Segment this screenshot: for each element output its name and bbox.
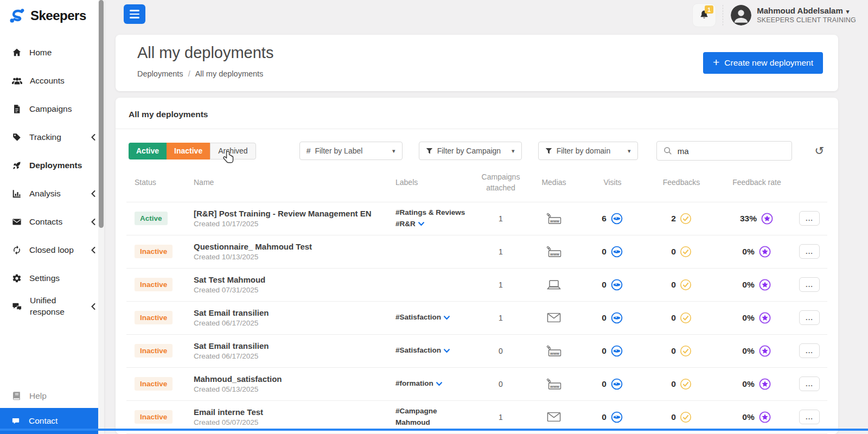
hash-icon: # (307, 146, 311, 155)
sidebar: Skeepers Home Accounts Campaigns Trackin… (0, 0, 104, 434)
chat-bubbles-icon (12, 302, 22, 312)
table-row[interactable]: Inactive Sat Email transilien Created 06… (126, 302, 827, 335)
email-media-icon (546, 312, 561, 323)
label-tag-expandable[interactable]: #formation (395, 378, 478, 390)
status-badge: Inactive (135, 311, 173, 324)
deployments-panel: All my deployments Active Inactive Archi… (116, 98, 838, 434)
table-row[interactable]: Inactive Questionnaire_ Mahmoud Test Cre… (126, 235, 827, 269)
check-circle-icon (680, 312, 692, 324)
sidebar-item-closed-loop[interactable]: Closed loop (0, 236, 104, 264)
search-box (656, 141, 792, 161)
tab-inactive[interactable]: Inactive (167, 143, 210, 159)
row-actions-button[interactable]: ... (799, 211, 820, 226)
column-header-feedbacks: Feedbacks (641, 177, 722, 188)
refresh-icon (12, 245, 22, 255)
sidebar-item-settings[interactable]: Settings (0, 264, 104, 292)
create-deployment-button[interactable]: + Create new deployment (703, 52, 823, 74)
filter-by-label-dropdown[interactable]: # Filter by Label ▾ (299, 142, 403, 160)
table-row[interactable]: Active [R&R] Post Training - Review Mana… (126, 202, 827, 235)
tab-active[interactable]: Active (129, 143, 167, 159)
sidebar-item-help[interactable]: Help (0, 384, 104, 408)
deployment-name[interactable]: Questionnaire_ Mahmoud Test (194, 242, 389, 251)
row-actions-button[interactable]: ... (799, 376, 820, 391)
sidebar-item-campaigns[interactable]: Campaigns (0, 95, 104, 123)
menu-toggle-button[interactable] (124, 4, 145, 24)
chevron-left-icon (91, 134, 95, 141)
deployment-name[interactable]: Mahmoud_satisfaction (194, 374, 389, 384)
label-tag-expandable[interactable]: #R&R (395, 219, 478, 230)
notifications-button[interactable]: 1 (692, 3, 716, 27)
row-actions-button[interactable]: ... (799, 410, 820, 424)
reset-filters-button[interactable]: ↺ (814, 144, 824, 157)
status-badge: Inactive (135, 377, 173, 391)
breadcrumb: Deployments / All my deployments (137, 69, 263, 78)
deployment-created: Created 06/17/2025 (194, 352, 389, 360)
rocket-icon (12, 161, 22, 170)
table-row[interactable]: Inactive Sat Test Mahmoud Created 07/31/… (126, 269, 827, 302)
sidebar-item-contacts[interactable]: Contacts (0, 208, 104, 236)
star-circle-icon (758, 378, 771, 391)
eye-icon (610, 245, 623, 258)
filter-by-campaign-dropdown[interactable]: Filter by Campaign ▾ (419, 142, 522, 160)
campaigns-attached-count: 1 (478, 314, 524, 322)
caret-down-icon: ▾ (846, 8, 850, 15)
deployment-created: Created 10/13/2025 (194, 253, 389, 261)
bottom-progress-bar (0, 429, 868, 431)
check-circle-icon (680, 378, 692, 390)
breadcrumb-parent[interactable]: Deployments (137, 69, 183, 78)
sidebar-item-analysis[interactable]: Analysis (0, 180, 104, 208)
bar-chart-icon (12, 189, 22, 199)
label-tag[interactable]: #Campagne Mahmoud (395, 406, 452, 429)
eye-icon (610, 311, 623, 324)
campaigns-attached-count: 1 (478, 214, 524, 223)
brand-logo[interactable]: Skeepers (0, 0, 104, 24)
breadcrumb-separator: / (188, 69, 190, 78)
star-circle-icon (758, 311, 771, 324)
search-input[interactable] (678, 146, 785, 156)
chevron-left-icon (91, 247, 95, 253)
page-title: All my deployments (137, 44, 273, 62)
laptop-media-icon (546, 279, 561, 290)
envelope-icon (12, 217, 22, 227)
status-badge: Inactive (135, 344, 173, 358)
filter-by-domain-dropdown[interactable]: Filter by domain ▾ (538, 142, 638, 160)
deployment-name[interactable]: Email interne Test (194, 407, 389, 417)
table-row[interactable]: Inactive Mahmoud_satisfaction Created 05… (126, 368, 827, 401)
eye-icon (610, 378, 623, 391)
label-tag-expandable[interactable]: #Satisfaction (395, 312, 478, 323)
user-menu[interactable]: Mahmoud Abdelsalam▾ SKEEPERS CLIENT TRAI… (723, 5, 856, 25)
users-icon (12, 76, 22, 86)
check-circle-icon (680, 279, 692, 291)
deployment-created: Created 07/31/2025 (194, 286, 389, 294)
deployment-name[interactable]: Sat Email transilien (194, 341, 389, 350)
sidebar-scrollbar[interactable] (98, 0, 104, 434)
gear-icon (12, 273, 22, 283)
deployment-name[interactable]: [R&R] Post Training - Review Management … (194, 209, 389, 218)
table-row[interactable]: Inactive Sat Email transilien Created 06… (126, 335, 827, 368)
document-icon (12, 104, 22, 114)
web-media-icon (546, 246, 562, 258)
column-header-visits: Visits (584, 177, 641, 188)
campaigns-attached-count: 1 (478, 247, 524, 256)
sidebar-item-unified-response[interactable]: Unified response (0, 292, 104, 321)
book-icon (12, 391, 22, 401)
email-media-icon (546, 411, 561, 423)
deployment-name[interactable]: Sat Email transilien (194, 308, 389, 317)
row-actions-button[interactable]: ... (799, 277, 820, 292)
sidebar-item-accounts[interactable]: Accounts (0, 67, 104, 95)
check-circle-icon (680, 213, 692, 225)
home-icon (12, 48, 22, 58)
funnel-icon (426, 148, 433, 155)
sidebar-scrollbar-thumb[interactable] (99, 0, 104, 228)
row-actions-button[interactable]: ... (799, 244, 820, 259)
deployment-name[interactable]: Sat Test Mahmoud (194, 275, 389, 284)
row-actions-button[interactable]: ... (799, 343, 820, 358)
chevron-down-icon (444, 316, 450, 320)
row-actions-button[interactable]: ... (799, 310, 820, 325)
sidebar-item-deployments[interactable]: Deployments (0, 151, 104, 180)
deployment-created: Created 05/07/2025 (194, 418, 389, 426)
sidebar-item-tracking[interactable]: Tracking (0, 123, 104, 151)
sidebar-item-home[interactable]: Home (0, 39, 104, 67)
status-badge: Inactive (135, 410, 173, 424)
label-tag-expandable[interactable]: #Satisfaction (395, 345, 478, 356)
